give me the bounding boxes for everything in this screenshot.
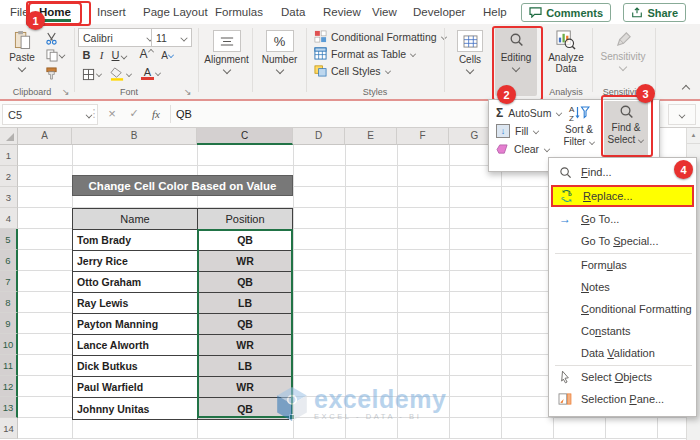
row-header-3[interactable]: 3 bbox=[0, 187, 18, 208]
cell-position[interactable]: LB bbox=[198, 356, 292, 376]
tab-formulas[interactable]: Formulas bbox=[215, 0, 263, 24]
font-name-select[interactable]: Calibri bbox=[78, 28, 158, 47]
clipboard-dialog-launcher[interactable]: ↘ bbox=[62, 87, 70, 97]
row-header-5[interactable]: 5 bbox=[0, 229, 18, 250]
fill-button[interactable]: ↓ Fill bbox=[496, 123, 539, 139]
menu-item-go-to-special[interactable]: Go To Special... bbox=[549, 230, 696, 252]
cell-name[interactable]: Tom Brady bbox=[73, 230, 198, 250]
row-header-7[interactable]: 7 bbox=[0, 271, 18, 292]
menu-item-notes[interactable]: Notes bbox=[549, 276, 696, 298]
row-header-4[interactable]: 4 bbox=[0, 208, 18, 229]
row-header-8[interactable]: 8 bbox=[0, 292, 18, 313]
cell-position-active[interactable]: QB bbox=[198, 230, 292, 250]
tab-review[interactable]: Review bbox=[323, 0, 361, 24]
menu-item-go-to[interactable]: → Go To... bbox=[549, 208, 696, 230]
italic-button[interactable]: I bbox=[95, 46, 108, 61]
cell-name[interactable]: Ray Lewis bbox=[73, 293, 198, 313]
menu-item-formulas[interactable]: Formulas bbox=[549, 254, 696, 276]
fill-color-button[interactable] bbox=[108, 66, 134, 82]
row-header-12[interactable]: 12 bbox=[0, 376, 18, 397]
table-header-name[interactable]: Name bbox=[73, 209, 198, 229]
cells-button[interactable]: Cells bbox=[449, 27, 491, 73]
cell-position[interactable]: QB bbox=[198, 272, 292, 292]
tab-data[interactable]: Data bbox=[281, 0, 305, 24]
scroll-up-arrow[interactable]: ▲ bbox=[687, 127, 700, 144]
cell-position[interactable]: QB bbox=[198, 314, 292, 334]
cancel-button[interactable]: × bbox=[102, 104, 122, 123]
cell-position[interactable]: WR bbox=[198, 335, 292, 355]
tab-help[interactable]: Help bbox=[483, 0, 507, 24]
menu-item-constants[interactable]: Constants bbox=[549, 320, 696, 342]
row-header-6[interactable]: 6 bbox=[0, 250, 18, 271]
autosum-button[interactable]: Σ AutoSum bbox=[496, 105, 562, 121]
cell-name[interactable]: Johnny Unitas bbox=[73, 398, 198, 419]
row-header-1[interactable]: 1 bbox=[0, 145, 18, 166]
expand-formula-bar-button[interactable] bbox=[668, 104, 696, 125]
analyze-data-button[interactable]: Analyze Data bbox=[543, 27, 589, 74]
font-color-button[interactable]: A bbox=[138, 65, 164, 81]
cut-button[interactable] bbox=[42, 30, 60, 46]
column-header-f[interactable]: F bbox=[397, 127, 449, 145]
row-header-13[interactable]: 13 bbox=[0, 397, 18, 418]
collapse-ribbon-chevron[interactable] bbox=[682, 85, 690, 93]
column-header-d[interactable]: D bbox=[293, 127, 345, 145]
name-box[interactable]: C5 bbox=[2, 104, 98, 125]
alignment-button[interactable]: Alignment bbox=[203, 27, 250, 73]
font-size-select[interactable]: 11 bbox=[151, 28, 192, 47]
tab-view[interactable]: View bbox=[372, 0, 397, 24]
menu-item-replace[interactable]: bc Replace... bbox=[551, 185, 694, 207]
sheet-title-cell[interactable]: Change Cell Color Based on Value bbox=[72, 175, 293, 196]
column-header-e[interactable]: E bbox=[345, 127, 397, 145]
tab-insert[interactable]: Insert bbox=[97, 0, 126, 24]
cell-name[interactable]: Otto Graham bbox=[73, 272, 198, 292]
cell-name[interactable]: Jerry Rice bbox=[73, 251, 198, 271]
conditional-formatting-label: Conditional Formatting bbox=[331, 31, 437, 43]
underline-button[interactable]: U bbox=[109, 46, 122, 61]
cell-name[interactable]: Lance Alworth bbox=[73, 335, 198, 355]
conditional-formatting-button[interactable]: Conditional Formatting bbox=[314, 29, 447, 44]
cell-position[interactable]: LB bbox=[198, 293, 292, 313]
copy-button[interactable] bbox=[42, 47, 68, 63]
row-header-14[interactable]: 14 bbox=[0, 418, 18, 439]
insert-function-button[interactable]: fx bbox=[146, 104, 166, 123]
clear-button[interactable]: Clear bbox=[496, 141, 550, 157]
menu-item-select-objects[interactable]: Select Objects bbox=[549, 366, 696, 388]
column-header-b[interactable]: B bbox=[72, 127, 197, 145]
bold-button[interactable]: B bbox=[80, 46, 93, 61]
cell-position[interactable]: WR bbox=[198, 251, 292, 271]
sort-filter-button[interactable]: A Z Sort & Filter bbox=[557, 101, 601, 161]
cell-position[interactable]: WR bbox=[198, 377, 292, 397]
fill-handle[interactable] bbox=[289, 414, 295, 420]
menu-item-selection-pane[interactable]: Selection Pane... bbox=[549, 388, 696, 410]
font-dialog-launcher[interactable]: ↘ bbox=[184, 87, 192, 97]
row-header-10[interactable]: 10 bbox=[0, 334, 18, 355]
tab-developer[interactable]: Developer bbox=[413, 0, 465, 24]
table-header-position[interactable]: Position bbox=[198, 209, 292, 229]
menu-item-data-validation[interactable]: Data Validation bbox=[549, 342, 696, 364]
cell-name[interactable]: Paul Warfield bbox=[73, 377, 198, 397]
row-header-2[interactable]: 2 bbox=[0, 166, 18, 187]
format-as-table-button[interactable]: Format as Table bbox=[314, 46, 416, 61]
cell-name[interactable]: Payton Manning bbox=[73, 314, 198, 334]
formula-bar-grip-dots[interactable]: ⋮ bbox=[90, 104, 98, 123]
enter-button[interactable]: ✓ bbox=[124, 104, 144, 123]
cell-name[interactable]: Dick Butkus bbox=[73, 356, 198, 376]
grow-font-button[interactable]: A bbox=[137, 46, 150, 61]
menu-item-conditional-formatting[interactable]: Conditional Formatting bbox=[549, 298, 696, 320]
cell-styles-button[interactable]: Cell Styles bbox=[314, 63, 391, 78]
number-button[interactable]: % Number bbox=[256, 27, 303, 73]
tab-page-layout[interactable]: Page Layout bbox=[143, 0, 208, 24]
row-header-11[interactable]: 11 bbox=[0, 355, 18, 376]
row-header-9[interactable]: 9 bbox=[0, 313, 18, 334]
formula-bar-value[interactable]: QB bbox=[176, 104, 192, 123]
comments-button[interactable]: Comments bbox=[521, 3, 611, 22]
format-painter-button[interactable] bbox=[42, 65, 60, 81]
select-all-corner[interactable] bbox=[0, 127, 18, 145]
column-header-c[interactable]: C bbox=[197, 127, 293, 145]
paste-button[interactable]: Paste bbox=[6, 27, 38, 94]
borders-button[interactable] bbox=[80, 66, 104, 82]
column-header-a[interactable]: A bbox=[18, 127, 72, 145]
share-button[interactable]: Share bbox=[623, 3, 686, 22]
find-select-button[interactable]: Find & Select bbox=[604, 101, 648, 155]
cell-position[interactable]: QB bbox=[198, 398, 292, 419]
